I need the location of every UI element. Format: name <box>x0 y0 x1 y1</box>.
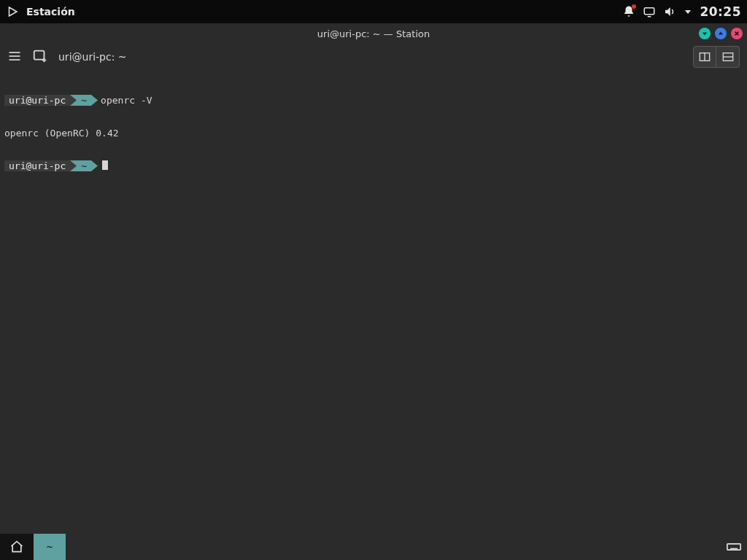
volume-icon[interactable] <box>663 5 676 18</box>
svg-marker-21 <box>91 160 98 171</box>
bell-icon[interactable] <box>622 5 635 18</box>
window-maximize-button[interactable] <box>715 28 727 39</box>
svg-marker-0 <box>9 7 18 16</box>
taskbar-tab[interactable]: ~ <box>34 534 66 560</box>
chevron-down-icon[interactable] <box>684 7 692 16</box>
prompt-separator-icon <box>70 95 77 106</box>
svg-marker-19 <box>91 95 98 106</box>
prompt-path: ~ <box>77 160 91 171</box>
terminal-output: openrc (OpenRC) 0.42 <box>4 128 743 139</box>
svg-rect-1 <box>645 8 655 15</box>
svg-rect-11 <box>34 50 44 59</box>
window-title: uri@uri-pc: ~ — Station <box>317 28 430 39</box>
play-icon[interactable] <box>6 5 19 18</box>
terminal-line: uri@uri-pc~ openrc -V <box>4 95 743 106</box>
new-tab-icon[interactable] <box>32 48 48 66</box>
prompt-user: uri@uri-pc <box>4 95 70 106</box>
terminal-body[interactable]: uri@uri-pc~ openrc -V openrc (OpenRC) 0.… <box>0 70 747 534</box>
prompt-user: uri@uri-pc <box>4 160 70 171</box>
svg-marker-3 <box>685 10 691 14</box>
terminal-toolbar: uri@uri-pc: ~ <box>0 44 747 70</box>
split-vertical-button[interactable] <box>693 46 716 68</box>
terminal-tab-title[interactable]: uri@uri-pc: ~ <box>58 51 127 63</box>
taskbar-fill <box>66 534 721 560</box>
window-titlebar[interactable]: uri@uri-pc: ~ — Station <box>0 23 747 44</box>
svg-marker-18 <box>70 95 77 106</box>
prompt-separator-icon <box>70 160 77 171</box>
home-button[interactable] <box>0 534 34 560</box>
split-horizontal-button[interactable] <box>716 46 740 68</box>
bottom-taskbar: ~ <box>0 534 747 560</box>
taskbar-tab-label: ~ <box>47 541 53 553</box>
terminal-window: uri@uri-pc: ~ — Station uri@uri-pc: ~ <box>0 23 747 534</box>
prompt-arrow-icon <box>91 160 101 171</box>
panel-clock[interactable]: 20:25 <box>700 4 741 19</box>
svg-marker-20 <box>70 160 77 171</box>
prompt-arrow-icon <box>91 95 101 106</box>
display-icon[interactable] <box>643 5 656 18</box>
prompt-path: ~ <box>77 95 91 106</box>
window-close-button[interactable] <box>731 28 743 39</box>
terminal-cursor <box>102 160 108 170</box>
keyboard-icon[interactable] <box>721 534 747 560</box>
svg-marker-4 <box>703 32 707 35</box>
notification-dot <box>632 4 636 9</box>
svg-marker-5 <box>719 32 723 35</box>
terminal-line: uri@uri-pc~ <box>4 160 743 171</box>
panel-app-name[interactable]: Estación <box>26 6 75 18</box>
terminal-command: openrc -V <box>101 95 152 106</box>
hamburger-icon[interactable] <box>7 49 22 66</box>
system-panel: Estación 20:25 <box>0 0 747 23</box>
window-minimize-button[interactable] <box>699 28 711 39</box>
